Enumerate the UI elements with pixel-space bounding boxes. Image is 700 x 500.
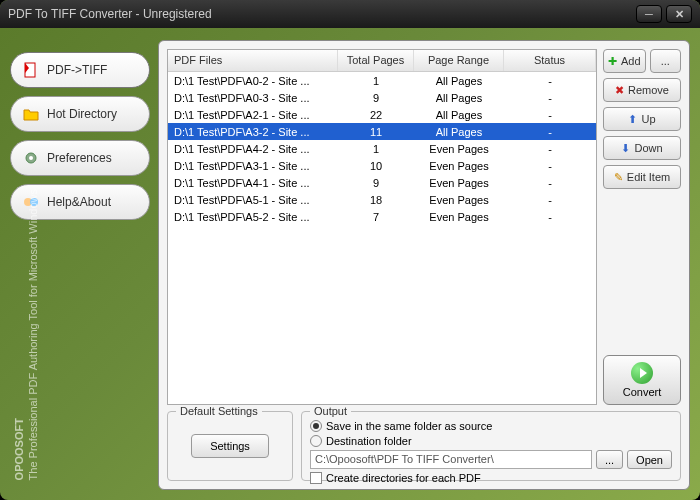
output-group: Output Save in the same folder as source…: [301, 411, 681, 481]
cell-range: All Pages: [414, 74, 504, 88]
cell-pages: 9: [338, 91, 414, 105]
cell-range: Even Pages: [414, 193, 504, 207]
default-settings-group: Default Settings Settings: [167, 411, 293, 481]
main-panel: PDF Files Total Pages Page Range Status …: [158, 40, 690, 490]
cell-pages: 22: [338, 108, 414, 122]
up-icon: ⬆: [628, 113, 637, 126]
cell-file: D:\1 Test\PDF\A0-3 - Site ...: [168, 91, 338, 105]
cell-status: -: [504, 108, 596, 122]
convert-button[interactable]: Convert: [603, 355, 681, 405]
close-button[interactable]: ✕: [666, 5, 692, 23]
settings-button[interactable]: Settings: [191, 434, 269, 458]
top-section: PDF Files Total Pages Page Range Status …: [167, 49, 681, 405]
cell-pages: 18: [338, 193, 414, 207]
file-table: PDF Files Total Pages Page Range Status …: [167, 49, 597, 405]
cell-range: Even Pages: [414, 210, 504, 224]
minimize-button[interactable]: ─: [636, 5, 662, 23]
cell-range: Even Pages: [414, 142, 504, 156]
table-row[interactable]: D:\1 Test\PDF\A0-2 - Site ...1All Pages-: [168, 72, 596, 89]
header-status[interactable]: Status: [504, 50, 596, 71]
cell-range: All Pages: [414, 91, 504, 105]
cell-file: D:\1 Test\PDF\A4-1 - Site ...: [168, 176, 338, 190]
folder-icon: [21, 104, 41, 124]
bottom-section: Default Settings Settings Output Save in…: [167, 411, 681, 481]
same-folder-radio[interactable]: [310, 420, 322, 432]
dest-path-input[interactable]: C:\Opoosoft\PDF To TIFF Converter\: [310, 450, 592, 469]
plus-icon: ✚: [608, 55, 617, 68]
table-row[interactable]: D:\1 Test\PDF\A0-3 - Site ...9All Pages-: [168, 89, 596, 106]
header-range[interactable]: Page Range: [414, 50, 504, 71]
cell-status: -: [504, 176, 596, 190]
pencil-icon: ✎: [614, 171, 623, 184]
table-row[interactable]: D:\1 Test\PDF\A3-2 - Site ...11All Pages…: [168, 123, 596, 140]
play-icon: [631, 362, 653, 384]
header-file[interactable]: PDF Files: [168, 50, 338, 71]
open-button[interactable]: Open: [627, 450, 672, 469]
add-button[interactable]: ✚Add: [603, 49, 646, 73]
cell-pages: 7: [338, 210, 414, 224]
cell-pages: 11: [338, 125, 414, 139]
cell-range: All Pages: [414, 108, 504, 122]
cell-file: D:\1 Test\PDF\A5-1 - Site ...: [168, 193, 338, 207]
sidebar-label: Preferences: [47, 151, 112, 165]
dest-folder-radio[interactable]: [310, 435, 322, 447]
cell-file: D:\1 Test\PDF\A3-2 - Site ...: [168, 125, 338, 139]
sidebar-label: Help&About: [47, 195, 111, 209]
cell-file: D:\1 Test\PDF\A2-1 - Site ...: [168, 108, 338, 122]
table-row[interactable]: D:\1 Test\PDF\A3-1 - Site ...10Even Page…: [168, 157, 596, 174]
svg-point-2: [29, 156, 33, 160]
pdf-icon: [21, 60, 41, 80]
gear-icon: [21, 148, 41, 168]
table-row[interactable]: D:\1 Test\PDF\A2-1 - Site ...22All Pages…: [168, 106, 596, 123]
action-buttons: ✚Add ... ✖Remove ⬆Up ⬇Down ✎Edit Item Co…: [603, 49, 681, 405]
edit-item-button[interactable]: ✎Edit Item: [603, 165, 681, 189]
same-folder-label: Save in the same folder as source: [326, 420, 492, 432]
cell-status: -: [504, 210, 596, 224]
window-title: PDF To TIFF Converter - Unregistered: [8, 7, 632, 21]
header-pages[interactable]: Total Pages: [338, 50, 414, 71]
cell-status: -: [504, 193, 596, 207]
cell-range: Even Pages: [414, 176, 504, 190]
cell-file: D:\1 Test\PDF\A3-1 - Site ...: [168, 159, 338, 173]
dest-folder-label: Destination folder: [326, 435, 412, 447]
titlebar: PDF To TIFF Converter - Unregistered ─ ✕: [0, 0, 700, 28]
down-button[interactable]: ⬇Down: [603, 136, 681, 160]
table-row[interactable]: D:\1 Test\PDF\A4-2 - Site ...1Even Pages…: [168, 140, 596, 157]
sidebar-item-hot-directory[interactable]: Hot Directory: [10, 96, 150, 132]
cell-file: D:\1 Test\PDF\A0-2 - Site ...: [168, 74, 338, 88]
down-icon: ⬇: [621, 142, 630, 155]
cell-range: Even Pages: [414, 159, 504, 173]
sidebar-label: Hot Directory: [47, 107, 117, 121]
add-more-button[interactable]: ...: [650, 49, 681, 73]
remove-button[interactable]: ✖Remove: [603, 78, 681, 102]
cell-status: -: [504, 91, 596, 105]
sidebar-label: PDF->TIFF: [47, 63, 107, 77]
browse-button[interactable]: ...: [596, 450, 623, 469]
app-window: PDF To TIFF Converter - Unregistered ─ ✕…: [0, 0, 700, 500]
table-row[interactable]: D:\1 Test\PDF\A5-2 - Site ...7Even Pages…: [168, 208, 596, 225]
x-icon: ✖: [615, 84, 624, 97]
create-dirs-label: Create directories for each PDF: [326, 472, 481, 484]
cell-file: D:\1 Test\PDF\A4-2 - Site ...: [168, 142, 338, 156]
cell-status: -: [504, 74, 596, 88]
create-dirs-checkbox[interactable]: [310, 472, 322, 484]
cell-range: All Pages: [414, 125, 504, 139]
sidebar-item-pdf-tiff[interactable]: PDF->TIFF: [10, 52, 150, 88]
cell-status: -: [504, 159, 596, 173]
sidebar: PDF->TIFF Hot Directory Preferences Help…: [4, 40, 150, 490]
table-header: PDF Files Total Pages Page Range Status: [168, 50, 596, 72]
cell-pages: 10: [338, 159, 414, 173]
content-area: PDF->TIFF Hot Directory Preferences Help…: [0, 28, 700, 500]
cell-pages: 1: [338, 74, 414, 88]
sidebar-item-preferences[interactable]: Preferences: [10, 140, 150, 176]
table-body[interactable]: D:\1 Test\PDF\A0-2 - Site ...1All Pages-…: [168, 72, 596, 404]
table-row[interactable]: D:\1 Test\PDF\A5-1 - Site ...18Even Page…: [168, 191, 596, 208]
cell-status: -: [504, 125, 596, 139]
table-row[interactable]: D:\1 Test\PDF\A4-1 - Site ...9Even Pages…: [168, 174, 596, 191]
up-button[interactable]: ⬆Up: [603, 107, 681, 131]
cell-status: -: [504, 142, 596, 156]
cell-file: D:\1 Test\PDF\A5-2 - Site ...: [168, 210, 338, 224]
cell-pages: 1: [338, 142, 414, 156]
branding: OPOOSOFT The Professional PDF Authoring …: [12, 189, 42, 480]
cell-pages: 9: [338, 176, 414, 190]
